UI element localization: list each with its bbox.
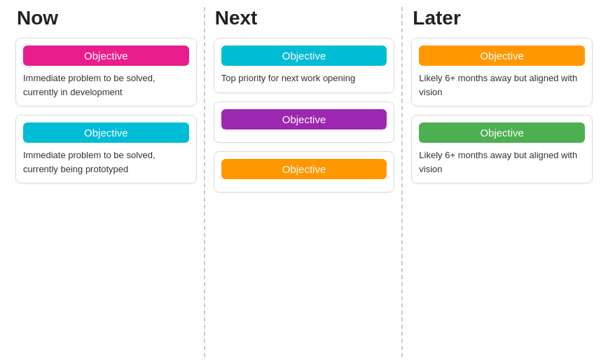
board: NowObjectiveImmediate problem to be solv… (0, 0, 608, 364)
card-next-0: ObjectiveTop priority for next work open… (214, 38, 395, 93)
objective-badge-next-2: Objective (221, 159, 387, 179)
card-next-2: Objective (214, 151, 395, 192)
column-now: NowObjectiveImmediate problem to be solv… (7, 7, 205, 357)
card-text-next-0: Top priority for next work opening (221, 71, 387, 85)
column-title-later: Later (411, 7, 593, 29)
objective-badge-later-1: Objective (419, 122, 585, 143)
objective-badge-now-1: Objective (23, 122, 189, 143)
objective-badge-later-0: Objective (419, 46, 585, 66)
card-text-later-0: Likely 6+ months away but aligned with v… (419, 71, 585, 99)
card-later-0: ObjectiveLikely 6+ months away but align… (411, 38, 593, 106)
card-text-now-1: Immediate problem to be solved, currentl… (23, 148, 189, 176)
column-later: LaterObjectiveLikely 6+ months away but … (403, 7, 601, 357)
objective-badge-next-1: Objective (221, 109, 387, 130)
card-next-1: Objective (214, 102, 395, 143)
objective-badge-now-0: Objective (23, 46, 189, 66)
column-next: NextObjectiveTop priority for next work … (205, 7, 403, 357)
objective-badge-next-0: Objective (221, 46, 387, 66)
card-now-0: ObjectiveImmediate problem to be solved,… (15, 38, 197, 106)
card-now-1: ObjectiveImmediate problem to be solved,… (15, 115, 197, 183)
card-text-later-1: Likely 6+ months away but aligned with v… (419, 148, 585, 176)
card-text-now-0: Immediate problem to be solved, currentl… (23, 71, 189, 99)
column-title-next: Next (214, 7, 395, 29)
column-title-now: Now (15, 7, 197, 29)
card-later-1: ObjectiveLikely 6+ months away but align… (411, 115, 593, 183)
